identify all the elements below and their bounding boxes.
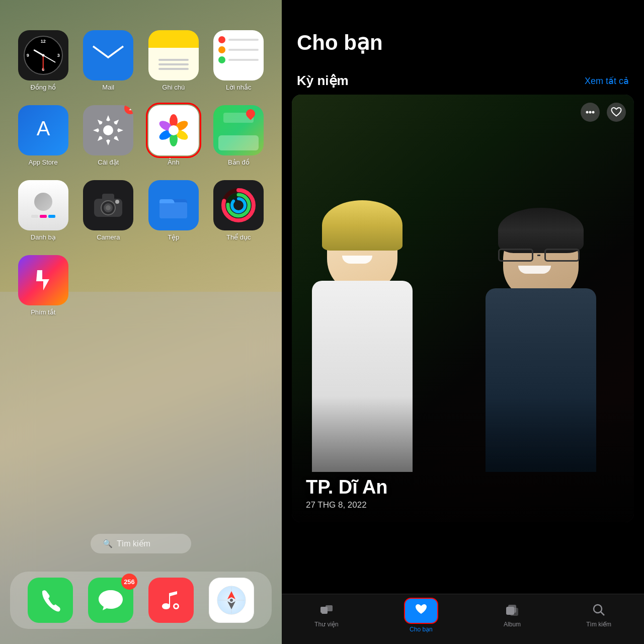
- app-shortcuts[interactable]: Phím tắt: [15, 255, 71, 316]
- app-files[interactable]: Tệp: [145, 180, 202, 241]
- app-mail-label: Mail: [102, 84, 114, 91]
- dock-safari[interactable]: [209, 578, 254, 623]
- section-row: Kỳ niệm Xem tất cả: [282, 65, 644, 95]
- app-maps-label: Bản đồ: [228, 158, 250, 166]
- app-files-label: Tệp: [168, 233, 179, 241]
- tab-library-label: Thư viện: [314, 621, 339, 628]
- app-contacts-label: Danh bạ: [31, 233, 56, 241]
- app-mail[interactable]: Mail: [80, 30, 137, 91]
- card-actions: [581, 103, 626, 122]
- search-text: Tìm kiếm: [117, 539, 150, 548]
- section-title: Kỳ niệm: [297, 73, 349, 89]
- svg-point-10: [169, 125, 179, 135]
- svg-rect-18: [159, 202, 187, 218]
- app-contacts[interactable]: Danh bạ: [15, 180, 71, 241]
- svg-point-15: [106, 205, 111, 210]
- app-clock-label: Đồng hồ: [30, 84, 56, 91]
- tab-search[interactable]: Tìm kiếm: [576, 599, 621, 632]
- svg-point-26: [175, 605, 178, 608]
- tab-library[interactable]: Thư viện: [304, 599, 349, 632]
- dock-messages[interactable]: 256: [88, 578, 133, 623]
- app-camera-label: Camera: [97, 233, 120, 241]
- app-fitness[interactable]: Thể dục: [211, 180, 267, 241]
- memory-location: TP. Dĩ An: [306, 476, 620, 498]
- svg-point-43: [594, 605, 602, 613]
- photos-header: Cho bạn: [282, 0, 644, 65]
- memory-card[interactable]: TP. Dĩ An 27 THG 8, 2022: [292, 95, 634, 522]
- library-icon: [319, 603, 334, 619]
- svg-point-35: [589, 111, 592, 114]
- albums-icon: [505, 603, 519, 619]
- svg-point-24: [232, 199, 245, 212]
- memory-date: 27 THG 8, 2022: [306, 500, 620, 510]
- search-bar[interactable]: 🔍 Tìm kiếm: [91, 534, 191, 553]
- svg-point-36: [592, 111, 595, 114]
- app-settings-label: Cài đặt: [98, 158, 119, 166]
- settings-badge: 1: [124, 105, 133, 114]
- svg-rect-39: [321, 609, 328, 614]
- app-settings[interactable]: 1 Cài đặt: [80, 105, 137, 166]
- see-all-button[interactable]: Xem tất cả: [585, 75, 629, 87]
- svg-point-16: [115, 200, 119, 204]
- app-appstore[interactable]: A App Store: [15, 105, 71, 166]
- tab-bar: Thư viện Cho bạn Album: [282, 594, 644, 644]
- app-clock[interactable]: 12 3 6 9 Đồng hồ: [15, 30, 71, 91]
- app-camera[interactable]: Camera: [80, 180, 137, 241]
- svg-rect-0: [93, 45, 123, 65]
- app-notes[interactable]: Ghi chú: [145, 30, 202, 91]
- dock-phone[interactable]: [28, 578, 73, 623]
- tab-search-label: Tìm kiếm: [586, 621, 611, 628]
- app-shortcuts-label: Phím tắt: [31, 308, 55, 316]
- favorite-button[interactable]: [607, 103, 626, 122]
- svg-text:A: A: [36, 117, 50, 139]
- tab-albums[interactable]: Album: [494, 599, 531, 632]
- app-fitness-label: Thể dục: [226, 233, 251, 241]
- tab-for-you[interactable]: Cho bạn: [394, 594, 448, 637]
- svg-point-34: [586, 111, 589, 114]
- svg-point-2: [103, 125, 113, 135]
- svg-line-44: [601, 612, 604, 615]
- more-options-button[interactable]: [581, 103, 600, 122]
- dock: 256: [10, 572, 272, 629]
- app-notes-label: Ghi chú: [162, 84, 185, 91]
- app-reminders-label: Lời nhắc: [226, 84, 252, 91]
- tab-for-you-label: Cho bạn: [410, 626, 433, 633]
- app-photos-label: Ảnh: [168, 158, 179, 166]
- svg-rect-12: [102, 194, 114, 201]
- search-icon: 🔍: [103, 539, 113, 548]
- for-you-icon-wrap: [404, 598, 438, 624]
- app-maps[interactable]: Bản đồ: [211, 105, 267, 166]
- dock-music[interactable]: [148, 578, 194, 623]
- photos-app: Cho bạn Kỳ niệm Xem tất cả: [282, 0, 644, 644]
- svg-point-33: [230, 599, 233, 602]
- app-photos[interactable]: Ảnh: [145, 105, 202, 166]
- photos-title: Cho bạn: [297, 30, 629, 55]
- svg-rect-42: [510, 608, 518, 616]
- app-grid: 12 3 6 9 Đồng hồ Mail: [15, 30, 267, 316]
- search-icon: [592, 603, 606, 619]
- app-reminders[interactable]: Lời nhắc: [211, 30, 267, 91]
- memory-overlay: TP. Dĩ An 27 THG 8, 2022: [292, 396, 634, 522]
- tab-albums-label: Album: [504, 621, 521, 628]
- app-appstore-label: App Store: [29, 158, 58, 166]
- home-screen: 12 3 6 9 Đồng hồ Mail: [0, 0, 282, 644]
- messages-badge: 256: [121, 574, 137, 590]
